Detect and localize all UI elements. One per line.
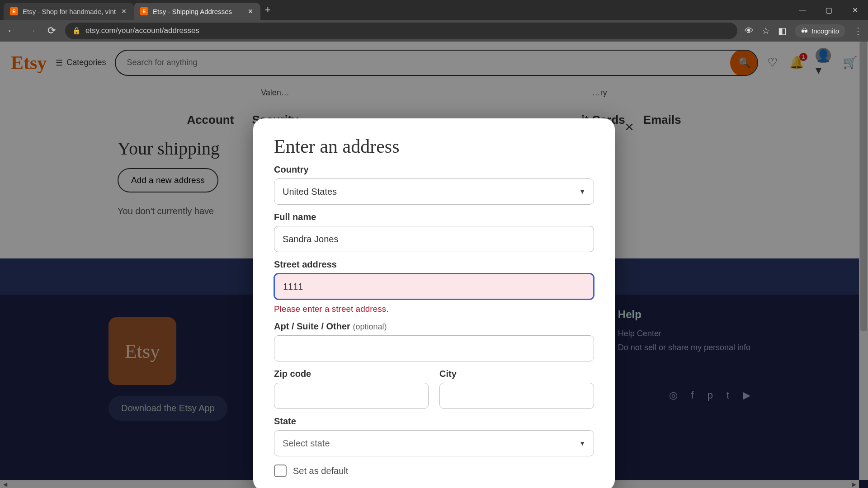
apt-input[interactable]: [274, 335, 594, 361]
bookmark-icon[interactable]: ☆: [762, 25, 770, 36]
apt-label-text: Apt / Suite / Other: [274, 321, 350, 331]
browser-tab[interactable]: E Etsy - Shop for handmade, vint ×: [4, 3, 134, 20]
tab-title: Etsy - Shop for handmade, vint: [23, 8, 116, 15]
zip-input[interactable]: [274, 383, 429, 409]
address-bar: ← → ⟳ 🔒 etsy.com/your/account/addresses …: [0, 20, 868, 42]
etsy-favicon: E: [10, 7, 18, 15]
forward-button[interactable]: →: [25, 24, 38, 37]
maximize-button[interactable]: ▢: [816, 0, 842, 20]
etsy-favicon: E: [140, 7, 148, 15]
zip-label: Zip code: [274, 369, 429, 379]
city-input[interactable]: [439, 383, 594, 409]
side-panel-icon[interactable]: ◧: [778, 25, 787, 36]
apt-label: Apt / Suite / Other (optional): [274, 321, 594, 332]
default-checkbox-label: Set as default: [293, 466, 348, 476]
incognito-label: Incognito: [811, 27, 839, 35]
tab-title: Etsy - Shipping Addresses: [153, 8, 242, 15]
incognito-badge[interactable]: 🕶 Incognito: [795, 24, 845, 38]
fullname-label: Full name: [274, 212, 594, 222]
country-select[interactable]: United States ▼: [274, 178, 594, 205]
close-window-button[interactable]: ✕: [842, 0, 868, 20]
state-select[interactable]: Select state ▼: [274, 430, 594, 456]
street-error: Please enter a street address.: [274, 304, 594, 314]
incognito-icon: 🕶: [801, 27, 808, 35]
url-field[interactable]: 🔒 etsy.com/your/account/addresses: [65, 23, 737, 39]
country-label: Country: [274, 164, 594, 175]
close-icon[interactable]: ×: [247, 8, 254, 15]
address-bar-icons: 👁 ☆ ◧ 🕶 Incognito ⋮: [745, 24, 863, 38]
modal-title: Enter an address: [274, 136, 594, 157]
tab-bar: E Etsy - Shop for handmade, vint × E Ets…: [0, 0, 868, 20]
address-modal: × Enter an address Country United States…: [253, 118, 615, 488]
url-text: etsy.com/your/account/addresses: [85, 26, 730, 35]
menu-icon[interactable]: ⋮: [854, 25, 863, 36]
chevron-down-icon: ▼: [579, 440, 585, 447]
page: Etsy ☰ Categories 🔍 ♡ 🔔 1 👤▾ 🛒 Valen… …r…: [0, 42, 868, 488]
default-checkbox[interactable]: [274, 465, 287, 477]
new-tab-button[interactable]: +: [265, 4, 271, 16]
minimize-button[interactable]: —: [789, 0, 816, 20]
browser-tab[interactable]: E Etsy - Shipping Addresses ×: [134, 3, 260, 20]
back-button[interactable]: ←: [5, 24, 18, 37]
reload-button[interactable]: ⟳: [45, 24, 58, 37]
chevron-down-icon: ▼: [579, 188, 585, 195]
lock-icon: 🔒: [72, 27, 81, 35]
fullname-input[interactable]: [274, 226, 594, 252]
close-icon[interactable]: ×: [120, 8, 127, 15]
toggle-visibility-icon[interactable]: 👁: [745, 26, 754, 36]
state-value: Select state: [283, 438, 330, 449]
city-label: City: [439, 369, 594, 379]
default-checkbox-row[interactable]: Set as default: [274, 465, 594, 477]
street-label: Street address: [274, 259, 594, 270]
browser-chrome: E Etsy - Shop for handmade, vint × E Ets…: [0, 0, 868, 42]
state-label: State: [274, 416, 594, 427]
close-modal-button[interactable]: ×: [619, 117, 639, 136]
country-value: United States: [283, 187, 337, 197]
street-input[interactable]: [274, 273, 594, 300]
apt-optional-text: (optional): [353, 322, 387, 331]
window-controls: — ▢ ✕: [789, 0, 868, 20]
